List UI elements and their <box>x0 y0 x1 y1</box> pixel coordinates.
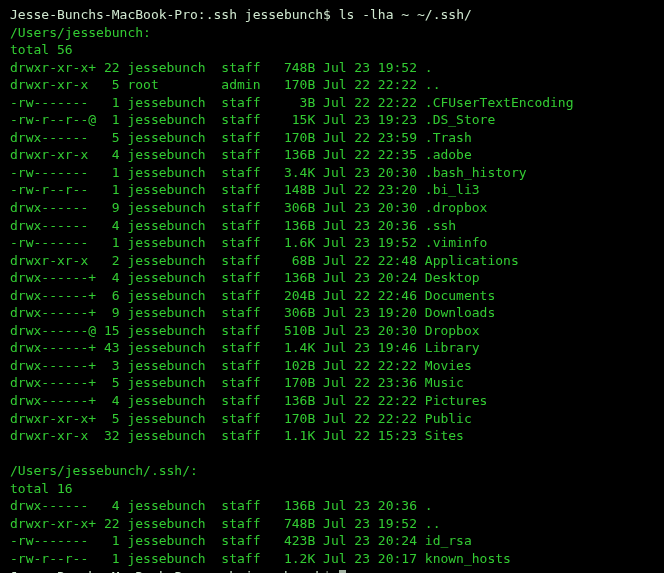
listing-row: drwx------@ 15 jessebunch staff 510B Jul… <box>10 322 654 340</box>
listing-row: drwxr-xr-x 2 jessebunch staff 68B Jul 22… <box>10 252 654 270</box>
listing-row: drwx------+ 9 jessebunch staff 306B Jul … <box>10 304 654 322</box>
listing-row: drwxr-xr-x 32 jessebunch staff 1.1K Jul … <box>10 427 654 445</box>
listing-row: drwxr-xr-x 5 root admin 170B Jul 22 22:2… <box>10 76 654 94</box>
listing-row: drwxr-xr-x+ 22 jessebunch staff 748B Jul… <box>10 515 654 533</box>
listing-row: drwx------ 4 jessebunch staff 136B Jul 2… <box>10 497 654 515</box>
prompt-host: Jesse-Bunchs-MacBook-Pro:.ssh jessebunch… <box>10 7 331 22</box>
listing-row: drwx------+ 3 jessebunch staff 102B Jul … <box>10 357 654 375</box>
terminal-window[interactable]: Jesse-Bunchs-MacBook-Pro:.ssh jessebunch… <box>10 6 654 573</box>
listing-row: -rw------- 1 jessebunch staff 3B Jul 22 … <box>10 94 654 112</box>
listing-row: drwxr-xr-x 4 jessebunch staff 136B Jul 2… <box>10 146 654 164</box>
prompt-host: Jesse-Bunchs-MacBook-Pro:.ssh jessebunch… <box>10 569 331 574</box>
section-header: /Users/jessebunch: <box>10 24 654 42</box>
total-line: total 16 <box>10 480 654 498</box>
listing-row: -rw-r--r-- 1 jessebunch staff 1.2K Jul 2… <box>10 550 654 568</box>
listing-row: -rw------- 1 jessebunch staff 1.6K Jul 2… <box>10 234 654 252</box>
listing-row: -rw------- 1 jessebunch staff 423B Jul 2… <box>10 532 654 550</box>
listing-row: -rw------- 1 jessebunch staff 3.4K Jul 2… <box>10 164 654 182</box>
listing-row: drwx------+ 4 jessebunch staff 136B Jul … <box>10 392 654 410</box>
prompt-line[interactable]: Jesse-Bunchs-MacBook-Pro:.ssh jessebunch… <box>10 568 654 574</box>
listing-row: drwx------+ 43 jessebunch staff 1.4K Jul… <box>10 339 654 357</box>
cursor-block <box>339 570 346 574</box>
listing-row: drwx------ 4 jessebunch staff 136B Jul 2… <box>10 217 654 235</box>
listing-row: drwx------+ 6 jessebunch staff 204B Jul … <box>10 287 654 305</box>
listing-row: drwx------ 5 jessebunch staff 170B Jul 2… <box>10 129 654 147</box>
listing-row: -rw-r--r-- 1 jessebunch staff 148B Jul 2… <box>10 181 654 199</box>
listing-row: drwxr-xr-x+ 22 jessebunch staff 748B Jul… <box>10 59 654 77</box>
total-line: total 56 <box>10 41 654 59</box>
listing-row: drwx------ 9 jessebunch staff 306B Jul 2… <box>10 199 654 217</box>
prompt-line: Jesse-Bunchs-MacBook-Pro:.ssh jessebunch… <box>10 6 654 24</box>
listing-row: drwx------+ 4 jessebunch staff 136B Jul … <box>10 269 654 287</box>
command-text: ls -lha ~ ~/.ssh/ <box>331 7 472 22</box>
listing-row: drwx------+ 5 jessebunch staff 170B Jul … <box>10 374 654 392</box>
listing-row: drwxr-xr-x+ 5 jessebunch staff 170B Jul … <box>10 410 654 428</box>
listing-row: -rw-r--r--@ 1 jessebunch staff 15K Jul 2… <box>10 111 654 129</box>
command-input[interactable] <box>331 569 339 574</box>
blank-line <box>10 445 654 463</box>
section-header: /Users/jessebunch/.ssh/: <box>10 462 654 480</box>
